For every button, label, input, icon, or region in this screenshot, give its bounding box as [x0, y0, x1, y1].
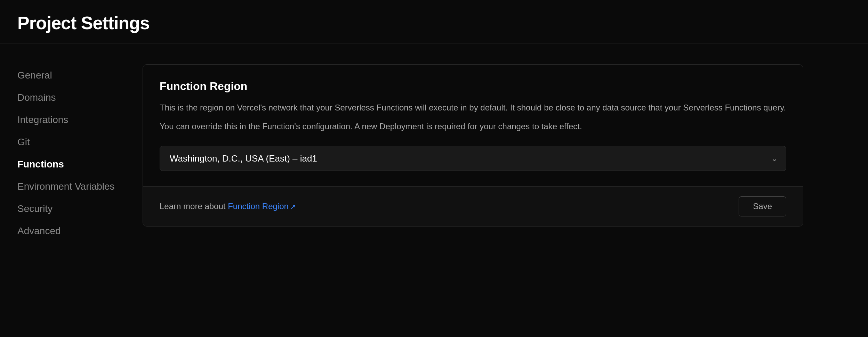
card-description-2: You can override this in the Function's …	[160, 120, 786, 133]
page-title: Project Settings	[17, 13, 851, 33]
card-footer: Learn more about Function Region↗ Save	[143, 186, 803, 226]
card-body: Function Region This is the region on Ve…	[143, 65, 803, 186]
sidebar-item-advanced[interactable]: Advanced	[17, 220, 115, 242]
page-header: Project Settings	[0, 0, 868, 43]
sidebar: General Domains Integrations Git Functio…	[17, 64, 115, 242]
sidebar-item-integrations[interactable]: Integrations	[17, 109, 115, 131]
sidebar-item-functions[interactable]: Functions	[17, 153, 115, 175]
card-title: Function Region	[160, 80, 786, 93]
sidebar-item-general[interactable]: General	[17, 64, 115, 87]
main-layout: General Domains Integrations Git Functio…	[0, 43, 868, 242]
function-region-link[interactable]: Function Region↗	[228, 202, 296, 211]
card-description-1: This is the region on Vercel's network t…	[160, 101, 786, 114]
sidebar-item-environment-variables[interactable]: Environment Variables	[17, 175, 115, 198]
region-select-wrapper: Washington, D.C., USA (East) – iad1 San …	[160, 146, 786, 171]
main-content: Function Region This is the region on Ve…	[143, 64, 803, 242]
sidebar-item-git[interactable]: Git	[17, 131, 115, 153]
sidebar-item-domains[interactable]: Domains	[17, 87, 115, 109]
save-button[interactable]: Save	[739, 196, 786, 216]
external-link-icon: ↗	[290, 203, 296, 211]
region-select[interactable]: Washington, D.C., USA (East) – iad1 San …	[160, 146, 786, 171]
function-region-card: Function Region This is the region on Ve…	[143, 64, 803, 227]
footer-learn-more: Learn more about Function Region↗	[160, 202, 296, 211]
sidebar-item-security[interactable]: Security	[17, 198, 115, 220]
